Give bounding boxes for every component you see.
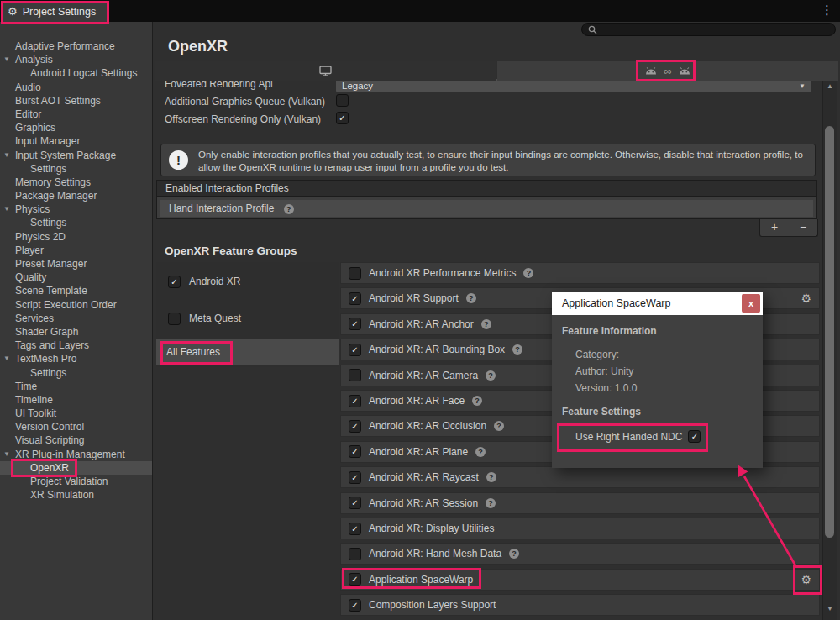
meta-quest-checkbox[interactable]: [168, 313, 181, 325]
group-row-meta-quest[interactable]: Meta Quest: [156, 302, 339, 334]
sidebar-item-physics-2d[interactable]: Physics 2D: [0, 230, 152, 244]
feature-checkbox[interactable]: ✓: [349, 523, 361, 535]
foveated-rendering-dropdown[interactable]: Legacy ▼: [336, 79, 811, 92]
sidebar-item-shader-graph[interactable]: Shader Graph: [0, 325, 152, 339]
list-add-remove-toolbar: + −: [759, 219, 818, 237]
feature-checkbox[interactable]: ✓: [349, 318, 361, 330]
vertical-scrollbar[interactable]: ▲ ▼: [822, 81, 837, 620]
all-features-tab[interactable]: All Features: [156, 339, 339, 365]
tree-expander-icon[interactable]: ▼: [3, 149, 10, 162]
author-label: Author: Unity: [575, 365, 633, 377]
sidebar-item-label: Settings: [30, 163, 66, 175]
feature-checkbox[interactable]: ✓: [349, 420, 361, 433]
feature-row-android-xr-hand-mesh-data[interactable]: Android XR: Hand Mesh Data?: [340, 543, 820, 565]
sidebar-item-settings[interactable]: Settings: [0, 216, 152, 229]
tab-desktop-platform[interactable]: [155, 61, 496, 81]
feature-checkbox[interactable]: ✓: [349, 292, 361, 305]
feature-checkbox[interactable]: [349, 548, 361, 560]
platform-tabbar: ∞: [155, 61, 838, 81]
group-row-android-xr[interactable]: ✓ Android XR: [156, 265, 339, 297]
feature-checkbox[interactable]: ✓: [349, 344, 361, 356]
feature-row-composition-layers-support[interactable]: ✓Composition Layers Support: [340, 594, 820, 616]
sidebar-item-quality[interactable]: Quality: [0, 271, 152, 284]
close-icon[interactable]: x: [742, 294, 760, 313]
sidebar-item-services[interactable]: Services: [0, 312, 152, 325]
feature-row-android-xr-ar-session[interactable]: ✓Android XR: AR Session?: [340, 492, 820, 514]
android-xr-checkbox[interactable]: ✓: [168, 276, 181, 288]
sidebar-item-time[interactable]: Time: [0, 380, 152, 393]
sidebar-item-physics[interactable]: ▼Physics: [0, 202, 152, 216]
tree-expander-icon[interactable]: ▼: [3, 202, 10, 216]
sidebar-item-player[interactable]: Player: [0, 244, 152, 257]
scroll-up-icon[interactable]: ▲: [827, 82, 833, 90]
tree-expander-icon[interactable]: ▼: [3, 448, 10, 461]
use-right-handed-ndc-checkbox[interactable]: ✓: [688, 430, 701, 443]
sidebar-item-preset-manager[interactable]: Preset Manager: [0, 257, 152, 271]
feature-checkbox[interactable]: ✓: [349, 471, 361, 484]
list-item-hand-interaction-profile[interactable]: Hand Interaction Profile ?: [160, 200, 813, 217]
graphics-queue-checkbox[interactable]: [336, 94, 349, 107]
feature-checkbox[interactable]: ✓: [349, 445, 361, 458]
feature-checkbox[interactable]: ✓: [349, 395, 361, 407]
sidebar-item-label: Shader Graph: [15, 326, 78, 338]
sidebar-item-visual-scripting[interactable]: Visual Scripting: [0, 433, 152, 447]
sidebar-item-graphics[interactable]: Graphics: [0, 121, 152, 134]
sidebar-item-burst-aot-settings[interactable]: Burst AOT Settings: [0, 94, 152, 108]
help-icon: ?: [466, 293, 476, 303]
sidebar-item-script-execution-order[interactable]: Script Execution Order: [0, 298, 152, 312]
tab-android-platform[interactable]: ∞: [497, 61, 838, 81]
offscreen-rendering-checkbox[interactable]: ✓: [336, 112, 349, 124]
sidebar-item-memory-settings[interactable]: Memory Settings: [0, 176, 152, 189]
sidebar-item-settings[interactable]: Settings: [0, 162, 152, 176]
sidebar-item-timeline[interactable]: Timeline: [0, 393, 152, 407]
feature-gear-icon[interactable]: ⚙: [801, 292, 811, 305]
sidebar-item-textmesh-pro[interactable]: ▼TextMesh Pro: [0, 352, 152, 365]
sidebar-item-label: Version Control: [15, 421, 84, 433]
scrollbar-thumb[interactable]: [825, 126, 834, 538]
sidebar-item-openxr[interactable]: OpenXR: [0, 461, 152, 475]
feature-checkbox[interactable]: ✓: [349, 497, 361, 509]
setting-label: Use Right Handed NDC: [575, 431, 682, 443]
sidebar-item-input-manager[interactable]: Input Manager: [0, 134, 152, 148]
sidebar-item-xr-plug-in-management[interactable]: ▼XR Plug-in Management: [0, 448, 152, 461]
sidebar-item-label: OpenXR: [30, 462, 69, 474]
scroll-down-icon[interactable]: ▼: [827, 605, 833, 612]
sidebar-item-editor[interactable]: Editor: [0, 108, 152, 121]
feature-gear-icon[interactable]: ⚙: [801, 573, 811, 586]
sidebar-item-tags-and-layers[interactable]: Tags and Layers: [0, 339, 152, 352]
feature-row-android-xr-display-utilities[interactable]: ✓Android XR: Display Utilities: [340, 518, 820, 539]
feature-checkbox[interactable]: [349, 369, 361, 381]
window-menu-icon[interactable]: ⋮: [821, 3, 833, 18]
sidebar-item-input-system-package[interactable]: ▼Input System Package: [0, 149, 152, 162]
sidebar-item-analysis[interactable]: ▼Analysis: [0, 53, 152, 66]
sidebar-item-package-manager[interactable]: Package Manager: [0, 189, 152, 202]
feature-row-android-xr-ar-raycast[interactable]: ✓Android XR: AR Raycast?: [340, 466, 820, 488]
feature-checkbox[interactable]: [349, 267, 361, 280]
group-label: Meta Quest: [189, 313, 241, 324]
sidebar-item-audio[interactable]: Audio: [0, 81, 152, 94]
feature-row-application-spacewarp[interactable]: ✓Application SpaceWarp⚙: [340, 569, 820, 591]
feature-checkbox[interactable]: ✓: [349, 599, 361, 612]
tree-expander-icon[interactable]: ▼: [3, 352, 10, 365]
sidebar-item-scene-template[interactable]: Scene Template: [0, 284, 152, 297]
sidebar-item-label: Timeline: [15, 394, 53, 406]
add-profile-button[interactable]: +: [760, 219, 789, 236]
sidebar-item-xr-simulation[interactable]: XR Simulation: [0, 488, 152, 502]
search-icon: [588, 25, 597, 34]
tree-expander-icon[interactable]: ▼: [3, 53, 10, 66]
sidebar-item-settings[interactable]: Settings: [0, 366, 152, 380]
sidebar-item-ui-toolkit[interactable]: UI Toolkit: [0, 407, 152, 420]
sidebar-item-project-validation[interactable]: Project Validation: [0, 475, 152, 488]
remove-profile-button[interactable]: −: [789, 219, 817, 236]
sidebar-item-label: Quality: [15, 271, 46, 283]
sidebar-item-android-logcat-settings[interactable]: Android Logcat Settings: [0, 66, 152, 80]
search-input[interactable]: [581, 23, 836, 36]
feature-row-android-xr-performance-metrics[interactable]: Android XR Performance Metrics?: [340, 262, 820, 284]
sidebar-item-version-control[interactable]: Version Control: [0, 420, 152, 433]
window-title: Project Settings: [23, 6, 97, 18]
feature-label: Android XR: AR Bounding Box: [369, 344, 505, 355]
sidebar-item-adaptive-performance[interactable]: Adaptive Performance: [0, 39, 152, 53]
help-icon: ?: [486, 498, 496, 508]
feature-checkbox[interactable]: ✓: [349, 573, 361, 586]
tab-project-settings[interactable]: ⚙ Project Settings: [2, 1, 108, 22]
